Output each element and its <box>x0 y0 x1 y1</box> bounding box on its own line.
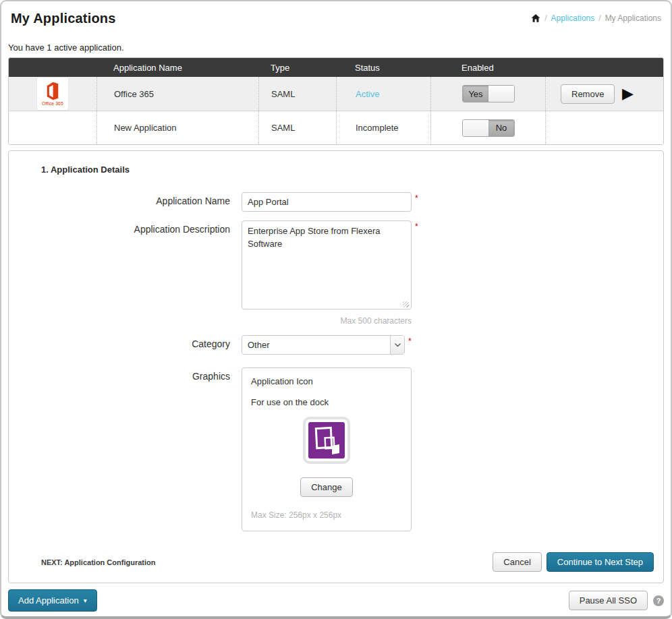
application-details-panel: 1. Application Details Application Name … <box>8 150 664 583</box>
category-row: Category Other * <box>9 335 663 355</box>
page-header: My Applications / Applications / My Appl… <box>8 1 664 26</box>
toggle-off-segment[interactable] <box>488 86 514 102</box>
max-characters-hint: Max 500 characters <box>242 316 412 326</box>
applications-table: Application Name Type Status Enabled Off… <box>8 57 664 145</box>
help-icon[interactable]: ? <box>653 595 664 606</box>
office-365-icon-label: Office 365 <box>42 101 63 106</box>
breadcrumb-separator: / <box>544 13 547 23</box>
home-icon[interactable] <box>531 13 540 23</box>
change-icon-button[interactable]: Change <box>300 477 353 497</box>
header-type: Type <box>258 58 336 77</box>
table-row-office-365[interactable]: Office 365 Office 365 SAML Active Yes Re… <box>9 77 663 111</box>
breadcrumb: / Applications / My Applications <box>531 11 661 23</box>
application-description-label: Application Description <box>9 220 242 235</box>
breadcrumb-link-applications[interactable]: Applications <box>551 13 595 23</box>
app-type-cell: SAML <box>258 77 336 111</box>
next-step-hint: NEXT: Application Configuration <box>41 558 155 566</box>
breadcrumb-separator: / <box>598 13 600 23</box>
caret-down-icon: ▾ <box>84 597 87 604</box>
required-asterisk: * <box>415 220 418 231</box>
category-select[interactable]: Other <box>242 335 405 355</box>
table-header-row: Application Name Type Status Enabled <box>9 58 663 77</box>
pause-all-sso-button[interactable]: Pause All SSO <box>569 591 648 610</box>
application-name-row: Application Name * <box>9 192 663 212</box>
continue-to-next-step-button[interactable]: Continue to Next Step <box>547 552 654 572</box>
page-title: My Applications <box>11 11 116 26</box>
toggle-no-segment[interactable]: No <box>488 120 514 136</box>
enabled-toggle-office-365[interactable]: Yes <box>462 85 515 102</box>
app-window: My Applications / Applications / My Appl… <box>0 0 672 619</box>
expand-row-arrow-icon[interactable]: ▶ <box>622 86 634 101</box>
enabled-toggle-new-application[interactable]: No <box>462 119 515 137</box>
application-description-textarea[interactable]: Enterprise App Store from Flexera Softwa… <box>242 220 412 310</box>
office-365-logo-glyph <box>44 82 61 100</box>
application-icon-subtitle: For use on the dock <box>251 397 402 407</box>
header-enabled: Enabled <box>430 58 545 77</box>
section-heading: 1. Application Details <box>41 165 663 175</box>
cancel-button[interactable]: Cancel <box>493 552 541 572</box>
category-selected-value: Other <box>242 336 390 354</box>
app-status-cell: Incomplete <box>336 111 430 144</box>
category-label: Category <box>9 335 242 349</box>
chevron-down-icon[interactable] <box>390 336 404 354</box>
graphics-label: Graphics <box>9 367 242 382</box>
add-application-label: Add Application <box>18 595 79 606</box>
application-name-label: Application Name <box>9 192 242 206</box>
breadcrumb-current: My Applications <box>605 13 661 23</box>
app-name-cell: Office 365 <box>96 77 258 111</box>
table-row-new-application[interactable]: New Application SAML Incomplete No <box>9 111 663 144</box>
application-icon-title: Application Icon <box>251 376 402 386</box>
toggle-yes-segment[interactable]: Yes <box>463 86 488 102</box>
header-application-name: Application Name <box>96 58 258 77</box>
graphics-box: Application Icon For use on the dock <box>242 367 412 531</box>
application-description-row: Application Description Enterprise App S… <box>9 220 663 326</box>
application-name-input[interactable] <box>242 192 412 212</box>
remove-button[interactable]: Remove <box>561 84 615 104</box>
graphics-row: Graphics Application Icon For use on the… <box>9 367 663 531</box>
app-name-cell: New Application <box>96 111 258 144</box>
app-portal-icon <box>306 419 347 461</box>
header-status: Status <box>336 58 430 77</box>
app-status-link[interactable]: Active <box>336 77 430 111</box>
panel-footer: NEXT: Application Configuration Cancel C… <box>9 552 663 572</box>
toggle-on-segment[interactable] <box>463 120 488 136</box>
empty-actions-cell <box>545 111 663 144</box>
header-icon-column <box>9 58 96 77</box>
max-size-hint: Max Size: 256px x 256px <box>251 510 402 520</box>
page-footer: Add Application ▾ Pause All SSO ? <box>8 589 664 612</box>
active-application-summary: You have 1 active application. <box>8 42 664 53</box>
required-asterisk: * <box>408 335 412 346</box>
required-asterisk: * <box>415 192 418 203</box>
header-actions-column <box>545 58 663 77</box>
add-application-button[interactable]: Add Application ▾ <box>8 589 97 612</box>
app-type-cell: SAML <box>258 111 336 144</box>
office-365-icon: Office 365 <box>37 78 68 110</box>
empty-icon-cell <box>9 111 96 144</box>
